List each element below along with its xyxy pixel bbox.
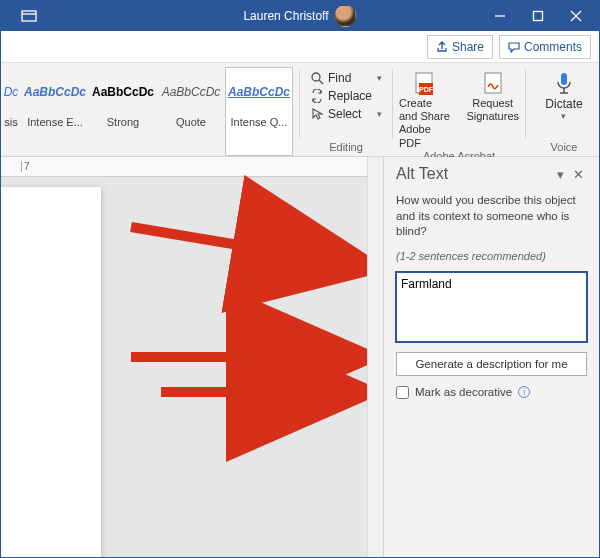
- title-bar: Lauren Christoff: [1, 1, 599, 31]
- avatar: [335, 5, 357, 27]
- label-l2: Adobe PDF: [399, 123, 452, 149]
- style-sample: AaBbCcDc: [91, 70, 155, 114]
- separator: [392, 69, 393, 138]
- adobe-acrobat-group: PDF Create and Share Adobe PDF Request S…: [399, 63, 519, 156]
- pane-description: How would you describe this object and i…: [396, 193, 587, 240]
- maximize-button[interactable]: [519, 2, 557, 30]
- pane-close-button[interactable]: ✕: [569, 165, 587, 183]
- styles-gallery[interactable]: Dc sis AaBbCcDc Intense E... AaBbCcDc St…: [1, 63, 293, 156]
- style-sample: AaBbCcDc: [227, 70, 291, 114]
- ribbon-display-options-button[interactable]: [13, 2, 45, 30]
- user-account[interactable]: Lauren Christoff: [243, 5, 356, 27]
- style-name: Intense Q...: [227, 116, 291, 128]
- ruler[interactable]: 7: [1, 157, 367, 177]
- replace-label: Replace: [328, 89, 372, 103]
- generate-label: Generate a description for me: [415, 358, 567, 370]
- mark-decorative-checkbox[interactable]: Mark as decorative i: [396, 386, 587, 399]
- separator: [525, 69, 526, 138]
- style-emphasis[interactable]: Dc sis: [1, 67, 21, 156]
- workspace: 7 Alt Text ▾ ✕ How would you describe th…: [1, 157, 599, 557]
- user-name: Lauren Christoff: [243, 9, 328, 23]
- style-quote[interactable]: AaBbCcDc Quote: [157, 67, 225, 156]
- annotation-arrow: [121, 347, 367, 371]
- editing-group-label: Editing: [306, 141, 386, 156]
- style-sample: Dc: [2, 70, 20, 114]
- mark-decorative-input[interactable]: [396, 386, 409, 399]
- select-button[interactable]: Select ▾: [306, 105, 386, 123]
- svg-line-15: [131, 227, 367, 267]
- mark-label: Mark as decorative: [415, 386, 512, 398]
- voice-group: Dictate ▾ Voice: [532, 63, 596, 156]
- ribbon: Dc sis AaBbCcDc Intense E... AaBbCcDc St…: [1, 63, 599, 157]
- generate-description-button[interactable]: Generate a description for me: [396, 352, 587, 376]
- comments-button[interactable]: Comments: [499, 35, 591, 59]
- chevron-down-icon: ▾: [377, 109, 382, 119]
- svg-point-6: [312, 73, 320, 81]
- request-signatures-button[interactable]: Request Signatures: [466, 69, 519, 150]
- share-button[interactable]: Share: [427, 35, 493, 59]
- annotation-arrow: [121, 217, 367, 281]
- replace-button[interactable]: Replace: [306, 87, 386, 105]
- minimize-button[interactable]: [481, 2, 519, 30]
- document-area[interactable]: 7: [1, 157, 367, 557]
- style-name: Quote: [159, 116, 223, 128]
- pane-options-button[interactable]: ▾: [551, 165, 569, 183]
- label-l1: Create and Share: [399, 97, 452, 123]
- editing-group: Find ▾ Replace Select ▾ Editing: [306, 63, 386, 156]
- comments-label: Comments: [524, 40, 582, 54]
- share-label: Share: [452, 40, 484, 54]
- share-bar: Share Comments: [1, 31, 599, 63]
- vertical-scrollbar[interactable]: [367, 157, 383, 557]
- style-name: Strong: [91, 116, 155, 128]
- page[interactable]: [1, 187, 101, 557]
- alt-text-input[interactable]: [396, 272, 587, 342]
- svg-rect-3: [534, 12, 543, 21]
- svg-rect-11: [485, 73, 501, 93]
- style-name: sis: [2, 116, 20, 128]
- chevron-down-icon: ▾: [377, 73, 382, 83]
- svg-rect-12: [561, 73, 567, 85]
- label-l1: Request: [472, 97, 513, 110]
- find-button[interactable]: Find ▾: [306, 69, 386, 87]
- alt-text-pane: Alt Text ▾ ✕ How would you describe this…: [383, 157, 599, 557]
- style-sample: AaBbCcDc: [23, 70, 87, 114]
- style-intense-emphasis[interactable]: AaBbCcDc Intense E...: [21, 67, 89, 156]
- svg-rect-0: [22, 11, 36, 21]
- find-label: Find: [328, 71, 351, 85]
- chevron-down-icon: ▾: [561, 111, 566, 121]
- label-l2: Signatures: [466, 110, 519, 123]
- dictate-label: Dictate: [545, 97, 582, 111]
- style-name: Intense E...: [23, 116, 87, 128]
- pane-hint: (1-2 sentences recommended): [396, 250, 587, 262]
- svg-text:PDF: PDF: [419, 86, 434, 93]
- voice-group-label: Voice: [551, 141, 578, 156]
- dictate-button[interactable]: Dictate ▾: [545, 69, 582, 121]
- svg-line-7: [319, 80, 323, 84]
- style-strong[interactable]: AaBbCcDc Strong: [89, 67, 157, 156]
- separator: [299, 69, 300, 138]
- style-sample: AaBbCcDc: [159, 70, 223, 114]
- style-intense-quote[interactable]: AaBbCcDc Intense Q...: [225, 67, 293, 156]
- create-share-pdf-button[interactable]: PDF Create and Share Adobe PDF: [399, 69, 452, 150]
- annotation-arrow: [151, 382, 367, 406]
- info-icon[interactable]: i: [518, 386, 530, 398]
- pane-title: Alt Text: [396, 165, 448, 183]
- ruler-mark: 7: [21, 161, 61, 172]
- close-button[interactable]: [557, 2, 595, 30]
- select-label: Select: [328, 107, 361, 121]
